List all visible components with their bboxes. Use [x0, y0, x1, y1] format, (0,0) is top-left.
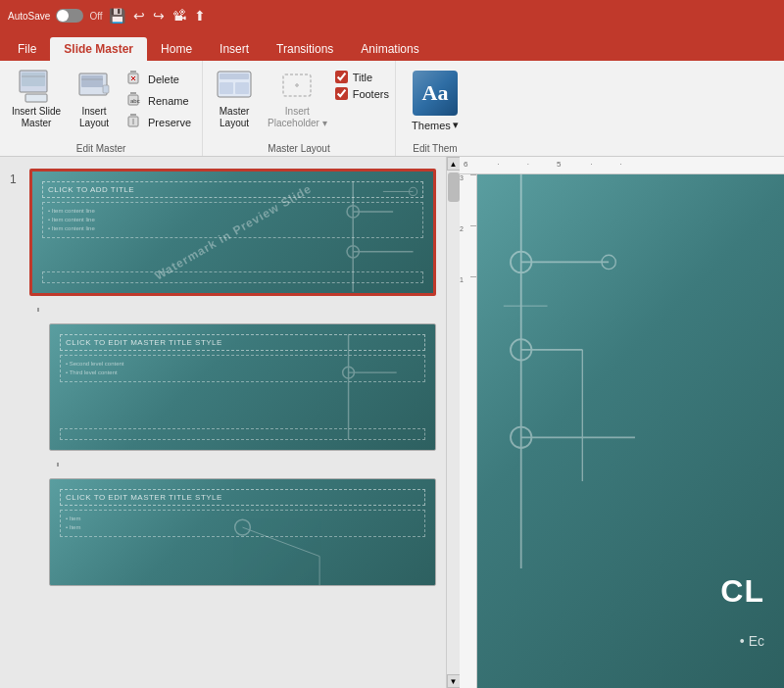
insert-layout-button[interactable]: InsertLayout: [69, 65, 120, 133]
slide-preview-large: CL • Ec: [477, 174, 784, 688]
upload-icon[interactable]: ⬆: [194, 8, 206, 24]
delete-label: Delete: [148, 74, 179, 85]
ruler-horizontal: 6 · · 5 · ·: [460, 157, 784, 174]
ribbon-tabs: File Slide Master Home Insert Transition…: [0, 31, 784, 61]
footers-checkbox[interactable]: [335, 87, 348, 100]
slide-thumb-3[interactable]: CLICK TO EDIT MASTER TITLE STYLE • Item …: [49, 478, 436, 586]
editor-canvas[interactable]: CL • Ec: [477, 174, 784, 688]
themes-label-row: Themes ▾: [412, 119, 459, 131]
present-icon[interactable]: 📽: [172, 8, 186, 24]
svg-rect-1: [22, 73, 45, 86]
scroll-area: ▲ ▼: [446, 157, 460, 688]
slide-number-3: [10, 478, 24, 496]
ruler-mark-v-1: 1: [460, 276, 476, 312]
ruler-v-area: 3 2 1: [460, 174, 784, 688]
title-bar-left: AutoSave Off: [8, 9, 103, 23]
footers-check-label: Footers: [353, 88, 389, 100]
rename-label: Rename: [148, 95, 189, 107]
tab-slide-master[interactable]: Slide Master: [50, 37, 147, 61]
ruler-tick-1: ·: [497, 160, 499, 169]
themes-content: Aa Themes ▾: [402, 65, 468, 141]
insert-layout-icon: [74, 69, 114, 104]
svg-rect-3: [25, 94, 47, 102]
main-area: 1 CLICK TO ADD TITLE • Item content line…: [0, 157, 784, 688]
master-layout-checks: Title Footers: [335, 71, 389, 100]
ruler-v-content: 3 2 1: [460, 174, 476, 312]
slide-3-circuit: [50, 479, 435, 585]
slide-thumb-1[interactable]: CLICK TO ADD TITLE • Item content line •…: [29, 169, 436, 296]
slide-preview-title: CL: [720, 573, 764, 610]
svg-rect-5: [81, 75, 103, 87]
themes-icon: Aa: [413, 71, 458, 116]
ribbon-group-master-layout: MasterLayout InsertPlaceholder ▾ Title: [203, 61, 396, 156]
title-check-label: Title: [353, 72, 372, 83]
delete-icon: [126, 71, 144, 87]
svg-rect-21: [235, 82, 249, 94]
scroll-thumb[interactable]: [448, 172, 460, 202]
insert-slide-master-label: Insert SlideMaster: [12, 106, 61, 129]
themes-dropdown-icon: ▾: [453, 119, 459, 131]
svg-rect-7: [103, 85, 109, 93]
autosave-label: AutoSave: [8, 11, 50, 22]
themes-label: Themes: [412, 120, 451, 131]
edit-themes-label: Edit Them: [413, 143, 457, 154]
insert-layout-label: InsertLayout: [79, 106, 109, 129]
ruler-tick-2: ·: [527, 160, 529, 169]
scroll-down-button[interactable]: ▼: [447, 674, 461, 688]
ribbon-group-themes: Aa Themes ▾ Edit Them: [396, 61, 474, 156]
redo-icon[interactable]: ↪: [153, 8, 165, 24]
autosave-knob: [57, 10, 69, 22]
preserve-button[interactable]: Preserve: [122, 112, 196, 132]
rename-button[interactable]: abc Rename: [122, 90, 196, 111]
ruler-tick-3: ·: [590, 160, 592, 169]
master-layout-button[interactable]: MasterLayout: [209, 65, 260, 133]
slide-thumb-2[interactable]: CLICK TO EDIT MASTER TITLE STYLE • Secon…: [49, 323, 436, 451]
themes-icon-text: Aa: [422, 80, 449, 106]
tab-file[interactable]: File: [4, 37, 50, 61]
svg-text:abc: abc: [130, 98, 140, 104]
ruler-mark-v-3: 3: [460, 174, 476, 210]
edit-master-small-btns: Delete abc Rename Preserve: [122, 69, 196, 132]
edit-master-label: Edit Master: [76, 143, 126, 154]
slide-preview-circuit-svg: [477, 174, 784, 568]
master-layout-content: MasterLayout InsertPlaceholder ▾ Title: [209, 65, 389, 141]
ruler-tick-4: ·: [620, 160, 622, 169]
edit-master-content: Insert SlideMaster InsertLayout: [6, 65, 196, 141]
tab-insert[interactable]: Insert: [206, 37, 263, 61]
title-checkbox[interactable]: [335, 71, 348, 83]
tab-transitions[interactable]: Transitions: [263, 37, 347, 61]
ruler-mark-5: 5: [557, 160, 561, 169]
title-bar-icons: 💾 ↩ ↪ 📽 ⬆: [109, 8, 206, 24]
slide-preview-bullet: • Ec: [740, 633, 764, 649]
ruler-tick-v-2: [470, 225, 476, 226]
themes-button[interactable]: Aa Themes ▾: [402, 65, 468, 137]
tab-animations[interactable]: Animations: [347, 37, 432, 61]
rename-icon: abc: [126, 92, 144, 109]
connector-1: [29, 308, 436, 312]
title-bar: AutoSave Off 💾 ↩ ↪ 📽 ⬆: [0, 0, 784, 31]
tab-home[interactable]: Home: [147, 37, 206, 61]
master-layout-group-label: Master Layout: [268, 143, 329, 154]
title-check-item[interactable]: Title: [335, 71, 389, 83]
slide-panel: 1 CLICK TO ADD TITLE • Item content line…: [0, 157, 446, 688]
scroll-up-button[interactable]: ▲: [447, 157, 461, 171]
save-icon[interactable]: 💾: [109, 8, 125, 24]
slide-number-2: [10, 323, 24, 341]
autosave-state: Off: [89, 11, 102, 22]
slide-number-1: 1: [10, 169, 24, 186]
connector-2: [29, 463, 436, 467]
undo-icon[interactable]: ↩: [133, 8, 145, 24]
slide-item-1: 1 CLICK TO ADD TITLE • Item content line…: [10, 169, 436, 296]
delete-button[interactable]: Delete: [122, 69, 196, 89]
insert-placeholder-button[interactable]: InsertPlaceholder ▾: [262, 65, 333, 133]
slide-1-circuit: [32, 172, 433, 296]
ruler-vertical: 3 2 1: [460, 174, 477, 688]
ribbon: Insert SlideMaster InsertLayout: [0, 61, 784, 157]
ribbon-group-edit-master: Insert SlideMaster InsertLayout: [0, 61, 203, 156]
slide-item-3: CLICK TO EDIT MASTER TITLE STYLE • Item …: [10, 478, 436, 586]
footers-check-item[interactable]: Footers: [335, 87, 389, 100]
autosave-toggle[interactable]: [56, 9, 83, 23]
svg-line-35: [243, 527, 320, 556]
insert-slide-master-button[interactable]: Insert SlideMaster: [6, 65, 67, 133]
master-layout-icon: [215, 69, 254, 104]
